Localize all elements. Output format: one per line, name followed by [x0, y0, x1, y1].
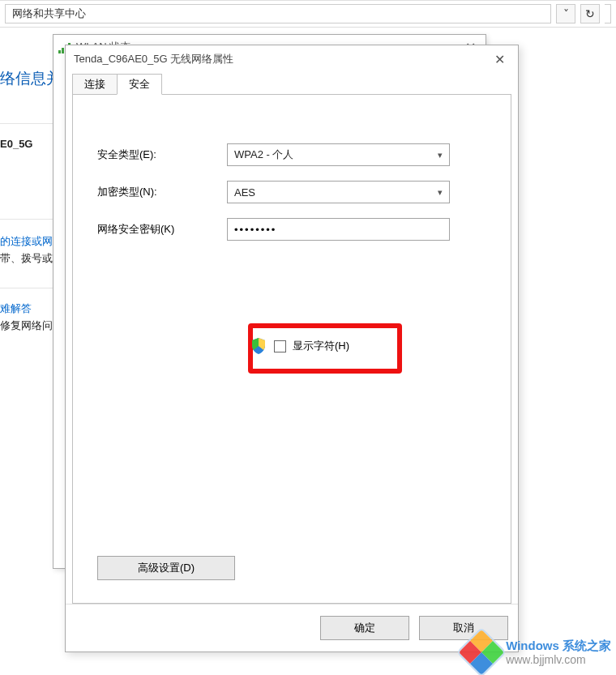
props-close-button[interactable]: ✕: [490, 52, 510, 67]
ok-button-label: 确定: [354, 621, 375, 635]
encryption-type-row: 加密类型(N): AES ▾: [97, 181, 486, 203]
breadcrumb-dropdown-button[interactable]: ˅: [556, 4, 575, 23]
watermark-title: Windows 系统之家: [506, 639, 611, 652]
security-type-value: WPA2 - 个人: [234, 147, 293, 162]
bg-text-troubleshoot-desc: 修复网络问: [0, 318, 53, 333]
refresh-button[interactable]: ↻: [580, 4, 600, 23]
security-key-input[interactable]: [227, 218, 450, 241]
encryption-type-dropdown[interactable]: AES ▾: [227, 181, 450, 203]
props-titlebar[interactable]: Tenda_C96AE0_5G 无线网络属性 ✕: [66, 45, 518, 73]
encryption-type-label: 加密类型(N):: [97, 185, 227, 199]
security-type-dropdown[interactable]: WPA2 - 个人 ▾: [227, 143, 450, 166]
wireless-properties-dialog: Tenda_C96AE0_5G 无线网络属性 ✕ 连接 安全 安全类型(E): …: [65, 45, 519, 652]
tab-security-label: 安全: [129, 78, 150, 90]
advanced-settings-label: 高级设置(D): [138, 561, 195, 575]
explorer-top-bar: 网络和共享中心 ˅ ↻: [0, 0, 616, 28]
bg-ssid-fragment: E0_5G: [0, 138, 32, 150]
bg-link-troubleshoot[interactable]: 难解答: [0, 301, 32, 316]
show-characters-row: 显示字符(H): [251, 338, 349, 354]
uac-shield-icon: [251, 338, 266, 354]
watermark-logo-icon: [456, 627, 507, 675]
bg-link-conn[interactable]: 的连接或网: [0, 234, 53, 249]
chevron-down-icon: ▾: [438, 150, 443, 160]
security-type-label: 安全类型(E):: [97, 147, 227, 162]
cancel-button-label: 取消: [453, 621, 474, 635]
chevron-down-icon: ˅: [563, 7, 569, 20]
ok-button[interactable]: 确定: [320, 616, 409, 640]
search-field-edge[interactable]: [605, 4, 611, 23]
watermark: Windows 系统之家 www.bjjmlv.com: [464, 634, 611, 670]
tab-connection[interactable]: 连接: [72, 74, 118, 94]
tab-connection-label: 连接: [84, 78, 105, 90]
watermark-url: www.bjjmlv.com: [506, 653, 611, 666]
show-characters-label: 显示字符(H): [293, 339, 349, 353]
breadcrumb-text: 网络和共享中心: [12, 6, 86, 21]
breadcrumb[interactable]: 网络和共享中心: [5, 4, 551, 23]
advanced-settings-button[interactable]: 高级设置(D): [97, 556, 235, 580]
security-key-label: 网络安全密钥(K): [97, 222, 227, 237]
security-type-row: 安全类型(E): WPA2 - 个人 ▾: [97, 143, 486, 166]
tab-security[interactable]: 安全: [117, 74, 162, 95]
tab-strip: 连接 安全: [72, 73, 511, 94]
dialog-button-row: 确定 取消: [66, 604, 518, 652]
refresh-icon: ↻: [585, 7, 595, 20]
bg-text-conn-desc: 带、拨号或: [0, 251, 53, 266]
security-key-value[interactable]: [234, 224, 443, 236]
chevron-down-icon: ▾: [438, 187, 443, 198]
show-characters-checkbox[interactable]: [274, 340, 286, 352]
tab-panel-security: 安全类型(E): WPA2 - 个人 ▾ 加密类型(N): AES ▾: [72, 94, 511, 604]
props-title: Tenda_C96AE0_5G 无线网络属性: [74, 52, 233, 66]
encryption-type-value: AES: [234, 186, 255, 199]
security-key-row: 网络安全密钥(K): [97, 218, 486, 241]
